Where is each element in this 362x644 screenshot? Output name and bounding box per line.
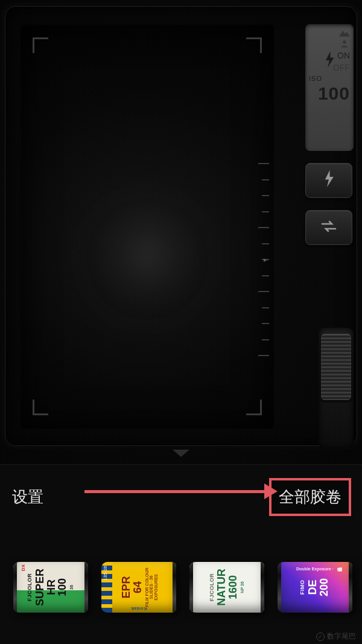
person-icon [339,40,350,48]
film-name: SUPER HR [34,564,57,610]
check-circle-icon: ✓ [316,633,325,641]
film-iso: 1600 [227,575,239,599]
film-canister-super-hr-100[interactable]: DX FJCOLOR SUPER HR 100 36 [11,550,91,625]
all-films-button[interactable]: 全部胶卷 [269,478,351,516]
film-canister-natur-1600[interactable]: FJCOLOR NATUR 1600 NP 36 [187,550,267,625]
swap-icon [321,219,337,236]
annotation-arrow [84,486,278,496]
svg-marker-3 [325,170,334,187]
film-iso: 100 [57,578,68,596]
watermark-text: 数字尾巴 [327,631,356,642]
svg-point-1 [343,40,346,43]
frame-corner-tl [33,37,48,53]
lcd-scene-row [309,29,350,37]
flash-icon [324,51,335,60]
film-brand: FJCOLOR [209,573,215,602]
settings-button[interactable]: 设置 [12,486,43,508]
film-brand: FIMO [300,580,305,595]
film-sub: Double Exposure · 二重曝光 [296,567,334,571]
film-strip[interactable]: DX FJCOLOR SUPER HR 100 36 135-36 Kodak [0,539,362,636]
watermark: ✓ 数字尾巴 [316,631,356,642]
film-name: EPR [121,576,132,599]
flash-button[interactable] [305,163,352,198]
lcd-iso-value: 100 [309,84,350,103]
frame-corner-br [246,400,262,415]
frame-corner-bl [33,400,48,415]
lcd-portrait-row [309,40,350,48]
film-sub: 36 [69,585,74,590]
film-sub: FILM FOR COLOUR SLIDES · 36 EXPOSURES [145,564,158,610]
film-brand: FJCOLOR [27,573,33,602]
camera-body: ▸ ON [0,0,362,465]
flash-icon [322,170,335,191]
film-iso: 64 [132,581,144,593]
chevron-down-icon[interactable] [173,450,189,457]
camera-app-screen: ▸ ON [0,0,362,644]
svg-marker-0 [339,31,350,37]
lcd-iso-label: ISO [309,75,350,82]
switch-camera-button[interactable] [305,210,352,245]
mountain-icon [339,29,350,37]
viewfinder[interactable]: ▸ [21,24,274,429]
lcd-flash-on-row: ON [309,51,350,60]
shutter-button[interactable] [321,334,351,400]
lcd-panel: ON OFF ISO 100 [305,24,354,151]
lens-reflection [87,199,208,319]
film-name: NATUR [216,569,227,606]
film-canister-epr-64[interactable]: 135-36 Kodak EPR 64 FILM FOR COLOUR SLID… [99,550,179,625]
film-iso: 200 [319,578,330,596]
shutter-track [319,328,354,448]
frame-corner-tr [246,37,262,53]
lcd-flash-off-label: OFF [333,63,350,72]
ruler-indicator-icon: ▸ [264,255,267,264]
lcd-flash-on-label: ON [337,51,350,60]
film-sub: NP 36 [240,581,244,593]
film-canister-de-200[interactable]: FIMO DE 200 Double Exposure · 二重曝光 [275,550,355,625]
lcd-flash-off-row: OFF [309,63,350,72]
film-selection-panel: 设置 全部胶卷 DX FJCOLOR SUPER HR 100 36 [0,465,362,644]
focus-ruler: ▸ [257,163,269,356]
film-name: DE [307,580,319,595]
